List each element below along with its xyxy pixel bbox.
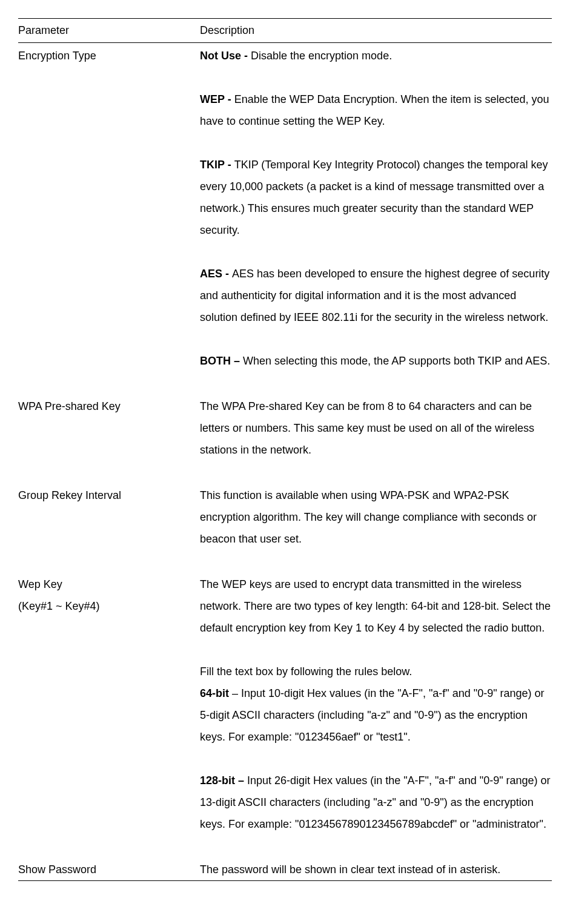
param-wep-key: Wep Key (Key#1 ~ Key#4) — [18, 572, 200, 857]
text-aes: AES has been developed to ensure the hig… — [200, 268, 549, 323]
label-tkip: TKIP - — [200, 159, 234, 171]
text-not-use: Disable the encryption mode. — [251, 50, 392, 62]
table-row: Group Rekey Interval This function is av… — [18, 483, 552, 572]
desc-show-password: The password will be shown in clear text… — [200, 857, 552, 881]
param-show-password: Show Password — [18, 857, 200, 881]
param-wep-key-line1: Wep Key — [18, 578, 62, 590]
text-group-rekey: This function is available when using WP… — [200, 489, 537, 545]
label-both: BOTH – — [200, 355, 243, 367]
text-64bit: – Input 10-digit Hex values (in the "A-F… — [200, 687, 545, 743]
header-parameter: Parameter — [18, 19, 200, 43]
param-group-rekey: Group Rekey Interval — [18, 483, 200, 572]
text-wep: Enable the WEP Data Encryption. When the… — [200, 93, 549, 127]
table-row: Show Password The password will be shown… — [18, 857, 552, 881]
table-row: WPA Pre-shared Key The WPA Pre-shared Ke… — [18, 394, 552, 483]
text-both: When selecting this mode, the AP support… — [243, 355, 550, 367]
param-wep-key-line2: (Key#1 ~ Key#4) — [18, 600, 100, 612]
label-wep: WEP - — [200, 93, 234, 105]
text-wep-key-intro: The WEP keys are used to encrypt data tr… — [200, 578, 551, 634]
text-128bit: Input 26-digit Hex values (in the "A-F",… — [200, 774, 551, 830]
label-128bit: 128-bit – — [200, 774, 247, 787]
text-tkip: TKIP (Temporal Key Integrity Protocol) c… — [200, 159, 548, 236]
label-aes: AES - — [200, 268, 232, 280]
table-header-row: Parameter Description — [18, 19, 552, 43]
header-description: Description — [200, 19, 552, 43]
text-wep-key-rules: Fill the text box by following the rules… — [200, 665, 412, 678]
parameter-table: Parameter Description Encryption Type No… — [18, 18, 552, 881]
label-64bit: 64-bit — [200, 687, 229, 699]
desc-wpa-psk: The WPA Pre-shared Key can be from 8 to … — [200, 394, 552, 483]
param-encryption-type: Encryption Type — [18, 43, 200, 394]
param-wpa-psk: WPA Pre-shared Key — [18, 394, 200, 483]
desc-wep-key: The WEP keys are used to encrypt data tr… — [200, 572, 552, 857]
desc-encryption-type: Not Use - Disable the encryption mode. W… — [200, 43, 552, 394]
label-not-use: Not Use - — [200, 50, 251, 62]
text-wpa-psk: The WPA Pre-shared Key can be from 8 to … — [200, 400, 534, 456]
desc-group-rekey: This function is available when using WP… — [200, 483, 552, 572]
table-row: Encryption Type Not Use - Disable the en… — [18, 43, 552, 394]
text-show-password: The password will be shown in clear text… — [200, 863, 500, 876]
table-row: Wep Key (Key#1 ~ Key#4) The WEP keys are… — [18, 572, 552, 857]
